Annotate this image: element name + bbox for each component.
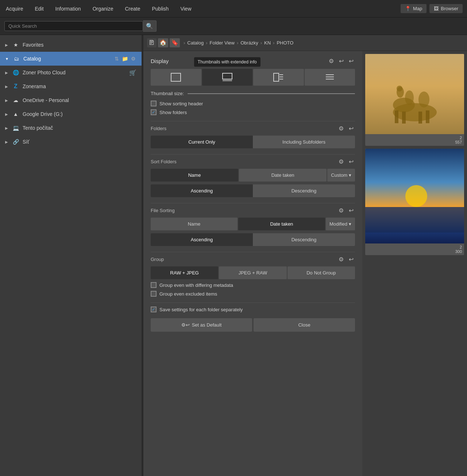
breadcrumb-catalog[interactable]: Catalog	[187, 40, 204, 46]
breadcrumb-view-icon[interactable]: 🖹	[147, 38, 157, 47]
thumbnail-slider[interactable]	[188, 93, 355, 94]
sort-folders-date-btn[interactable]: Date taken	[239, 169, 327, 182]
save-settings-checkbox[interactable]: ✓	[151, 307, 157, 312]
catalog-action-add[interactable]: 📁	[121, 55, 129, 62]
browser-button[interactable]: 🖼 Browser	[429, 4, 463, 13]
photo-thumb-camel[interactable]: 2 557	[365, 54, 464, 146]
file-sorting-order-group: Ascending Descending	[151, 233, 355, 246]
breadcrumb-kn[interactable]: KN	[264, 40, 271, 46]
display-settings-btn[interactable]: ⚙	[327, 57, 335, 65]
catalog-action-settings[interactable]: ⚙	[130, 55, 136, 62]
view-mode-thumbnails-info[interactable]: Thumbnails with extended info	[202, 69, 253, 86]
sidebar-item-google-drive[interactable]: ▶ ▲ Google Drive (G:)	[0, 107, 142, 121]
svg-rect-22	[365, 207, 464, 233]
set-as-default-button[interactable]: ⚙↩ Set as Default	[151, 318, 252, 332]
file-sorting-modified-btn[interactable]: Modified ▾	[326, 218, 355, 230]
sidebar-item-favorites[interactable]: ▶ ★ Favorites	[0, 38, 142, 52]
onedrive-icon: ☁	[12, 96, 20, 104]
display-undo1-btn[interactable]: ↩	[337, 57, 345, 65]
display-undo2-btn[interactable]: ↩	[347, 57, 355, 65]
folders-header: Folders ⚙ ↩	[151, 124, 355, 133]
catalog-actions: ⇅ 📁 ⚙	[114, 55, 136, 62]
group-differing-row[interactable]: Group even with differing metadata	[151, 282, 355, 288]
show-sorting-header-checkbox[interactable]	[151, 101, 157, 106]
breadcrumb-photo[interactable]: PHOTO	[277, 40, 293, 46]
file-sorting-date-btn[interactable]: Date taken	[238, 218, 325, 230]
group-raw-jpeg-btn[interactable]: RAW + JPEG	[151, 266, 218, 279]
folders-title: Folders	[151, 126, 166, 131]
save-settings-checkmark: ✓	[152, 307, 155, 312]
folders-settings-btn[interactable]: ⚙	[337, 124, 345, 133]
group-do-not-group-btn[interactable]: Do Not Group	[287, 266, 355, 279]
save-settings-row[interactable]: ✓ Save settings for each folder separate…	[151, 307, 355, 312]
sort-folders-ascending-btn[interactable]: Ascending	[151, 184, 253, 197]
svg-point-21	[405, 185, 427, 207]
file-sorting-undo-btn[interactable]: ↩	[347, 206, 355, 215]
catalog-action-sort[interactable]: ⇅	[114, 55, 120, 62]
menu-create[interactable]: Create	[123, 4, 142, 13]
group-excluded-row[interactable]: Group even excluded items	[151, 291, 355, 297]
gdrive-label: Google Drive (G:)	[23, 111, 136, 117]
breadcrumb-bookmark-icon[interactable]: 🔖	[170, 38, 180, 47]
view-modes: Thumbnails with extended info	[151, 69, 355, 86]
menu-view[interactable]: View	[179, 4, 193, 13]
svg-rect-3	[274, 73, 279, 81]
file-sorting-name-btn[interactable]: Name	[151, 218, 238, 230]
sidebar-item-zoner-cloud[interactable]: ▶ 🌐 Zoner Photo Cloud 🛒	[0, 66, 142, 79]
folders-undo-btn[interactable]: ↩	[347, 124, 355, 133]
camel-photo-info: 2 557	[365, 134, 464, 146]
sidebar-item-this-pc[interactable]: ▶ 💻 Tento počítač	[0, 121, 142, 135]
breadcrumb-folder-view[interactable]: Folder View	[210, 40, 235, 46]
group-jpeg-raw-btn[interactable]: JPEG + RAW	[219, 266, 286, 279]
pc-icon: 💻	[12, 124, 20, 132]
menu-edit[interactable]: Edit	[33, 4, 45, 13]
group-settings-btn[interactable]: ⚙	[337, 255, 345, 264]
sort-folders-settings-btn[interactable]: ⚙	[337, 157, 345, 166]
sort-folders-custom-btn[interactable]: Custom ▾	[327, 169, 355, 182]
show-folders-checkbox[interactable]: ✓	[151, 109, 157, 115]
sidebar-item-onedrive[interactable]: ▶ ☁ OneDrive - Personal	[0, 93, 142, 107]
close-button[interactable]: Close	[254, 318, 355, 332]
file-sorting-descending-btn[interactable]: Descending	[253, 233, 355, 246]
folders-section: Folders ⚙ ↩ Current Only Including Subfo…	[151, 124, 355, 148]
group-undo-btn[interactable]: ↩	[347, 255, 355, 264]
cart-icon: 🛒	[129, 69, 136, 76]
group-excluded-checkbox[interactable]	[151, 291, 157, 297]
show-sorting-header-row[interactable]: Show sorting header	[151, 101, 355, 106]
file-sorting-dropdown-arrow-icon: ▾	[349, 221, 351, 227]
file-sorting-settings-btn[interactable]: ⚙	[337, 206, 345, 215]
thumbnails-info-icon	[222, 73, 233, 82]
menu-publish[interactable]: Publish	[150, 4, 170, 13]
divider-4	[151, 252, 355, 252]
show-folders-row[interactable]: ✓ Show folders	[151, 109, 355, 115]
sort-folders-name-btn[interactable]: Name	[151, 169, 238, 182]
sidebar-item-zonerama[interactable]: ▶ Z Zonerama	[0, 79, 142, 93]
map-button[interactable]: 📍 Map	[401, 4, 427, 13]
sort-folders-header: Sort Folders ⚙ ↩	[151, 157, 355, 166]
group-title: Group	[151, 257, 164, 262]
photo-thumb-sea[interactable]: 2 300	[365, 149, 464, 255]
sidebar-item-catalog[interactable]: ▼ 🗂 Catalog ⇅ 📁 ⚙	[0, 52, 142, 66]
view-mode-thumbnail-list[interactable]	[253, 69, 304, 86]
breadcrumb-obrazky[interactable]: Obrázky	[240, 40, 258, 46]
map-browser-buttons: 📍 Map 🖼 Browser	[401, 4, 463, 13]
sea-photo-info: 2 300	[365, 243, 464, 255]
menu-information[interactable]: Information	[54, 4, 82, 13]
view-mode-list[interactable]	[305, 69, 355, 86]
svg-rect-15	[402, 112, 406, 124]
sort-folders-undo-btn[interactable]: ↩	[347, 157, 355, 166]
including-subfolders-btn[interactable]: Including Subfolders	[253, 136, 355, 148]
menu-organize[interactable]: Organize	[91, 4, 115, 13]
search-input[interactable]	[4, 21, 143, 31]
menu-acquire[interactable]: Acquire	[4, 4, 24, 13]
file-sorting-controls: ⚙ ↩	[337, 206, 355, 215]
group-differing-checkbox[interactable]	[151, 282, 157, 288]
breadcrumb-home-icon[interactable]: 🏠	[158, 38, 168, 47]
current-only-btn[interactable]: Current Only	[151, 136, 253, 148]
file-sorting-ascending-btn[interactable]: Ascending	[151, 233, 253, 246]
view-mode-thumbnails[interactable]	[151, 69, 201, 86]
sort-folders-descending-btn[interactable]: Descending	[253, 184, 355, 197]
content-area: 🖹 🏠 🔖 › Catalog › Folder View › Obrázky …	[143, 35, 467, 476]
search-icon[interactable]: 🔍	[143, 20, 157, 32]
sidebar-item-network[interactable]: ▶ 🔗 Síť	[0, 135, 142, 149]
